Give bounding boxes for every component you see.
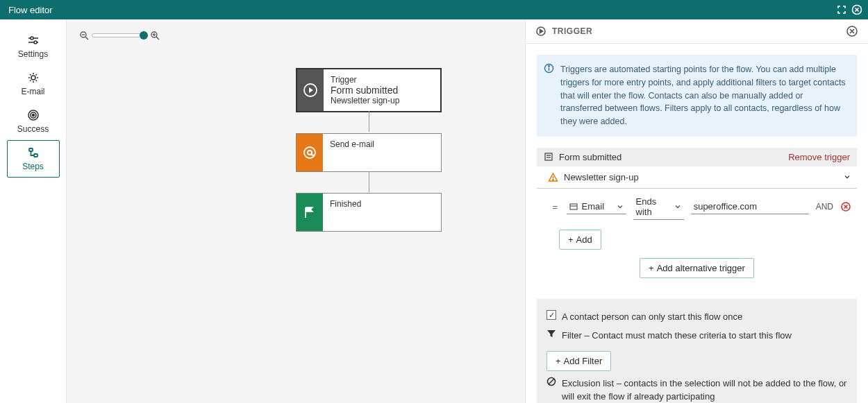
remove-trigger-link[interactable]: Remove trigger (788, 152, 850, 162)
field-icon (569, 203, 578, 211)
flow-canvas[interactable]: Trigger Form submitted Newsletter sign-u… (67, 19, 525, 403)
svg-point-19 (304, 147, 315, 158)
add-filter-button[interactable]: + Add Filter (546, 351, 611, 371)
node-label: Trigger (331, 75, 433, 85)
svg-point-30 (553, 179, 553, 180)
trigger-settings: A contact person can only start this flo… (537, 299, 857, 403)
svg-point-25 (549, 66, 550, 67)
warning-icon (548, 172, 558, 182)
info-banner: Triggers are automated starting points f… (537, 55, 857, 137)
zoom-slider[interactable] (92, 33, 147, 37)
gear-icon (27, 71, 40, 84)
svg-point-5 (31, 76, 35, 80)
node-title: Finished (330, 199, 434, 209)
sliders-icon (27, 34, 40, 46)
svg-rect-26 (545, 153, 552, 160)
close-icon[interactable] (851, 4, 862, 15)
app-title: Flow editor (8, 5, 53, 15)
condition-row: = Email Ends with (537, 189, 857, 223)
svg-rect-9 (29, 148, 33, 151)
join-label: AND (816, 202, 833, 212)
add-alt-label: Add alternative trigger (657, 263, 745, 273)
flow-icon (27, 146, 40, 159)
at-icon (297, 134, 323, 171)
start-once-label: A contact person can only start this flo… (562, 310, 742, 324)
add-label: Add (576, 234, 592, 245)
add-filter-label: Add Filter (564, 356, 603, 366)
sidebar-label: Success (17, 124, 49, 134)
zoom-in-icon[interactable] (150, 31, 160, 40)
delete-condition-icon[interactable] (840, 201, 851, 212)
svg-point-4 (34, 41, 37, 44)
target-icon (27, 109, 40, 121)
sidebar-item-success[interactable]: Success (7, 103, 60, 140)
equals-label: = (551, 202, 560, 212)
panel-icon (535, 26, 546, 37)
start-once-checkbox[interactable] (546, 310, 556, 320)
chevron-down-icon (617, 203, 624, 210)
form-icon (544, 152, 553, 162)
node-title: Send e-mail (330, 139, 434, 149)
plus-icon: + (649, 263, 654, 273)
trigger-panel: TRIGGER Triggers are automated starting … (525, 19, 868, 403)
zoom-out-icon[interactable] (79, 31, 89, 40)
info-icon (544, 63, 554, 74)
flow-node-trigger[interactable]: Trigger Form submitted Newsletter sign-u… (296, 68, 442, 112)
panel-close-icon[interactable] (846, 25, 858, 37)
panel-title: TRIGGER (552, 26, 592, 36)
maximize-icon[interactable] (836, 4, 847, 15)
trigger-form-row[interactable]: Newsletter sign-up (537, 166, 857, 189)
svg-line-35 (549, 379, 554, 384)
sidebar-item-email[interactable]: E-mail (7, 65, 60, 103)
field-select[interactable]: Email (567, 199, 626, 214)
plus-icon: + (568, 234, 574, 245)
trigger-form-name: Newsletter sign-up (564, 172, 639, 182)
filter-label: Filter – Contact must match these criter… (562, 329, 792, 343)
svg-point-2 (31, 37, 33, 40)
add-alternative-trigger-button[interactable]: + Add alternative trigger (640, 258, 754, 278)
field-value: Email (582, 201, 612, 212)
sidebar-item-settings[interactable]: Settings (7, 28, 60, 65)
svg-rect-10 (34, 154, 37, 157)
flag-icon (297, 194, 323, 231)
trigger-type-bar: Form submitted Remove trigger (537, 148, 857, 166)
add-condition-button[interactable]: + Add (559, 230, 601, 250)
trigger-type-label: Form submitted (559, 152, 621, 162)
operator-select[interactable]: Ends with (633, 194, 684, 220)
titlebar: Flow editor (0, 0, 868, 19)
exclude-icon (546, 377, 556, 386)
sidebar-label: Steps (22, 162, 44, 171)
svg-line-15 (156, 37, 159, 40)
sidebar-label: Settings (18, 49, 48, 59)
sidebar: Settings E-mail Success (0, 19, 67, 403)
operator-value: Ends with (636, 196, 670, 217)
flow-node-email[interactable]: Send e-mail (296, 133, 442, 172)
sidebar-item-steps[interactable]: Steps (7, 140, 60, 178)
svg-rect-31 (570, 204, 577, 209)
play-icon (297, 69, 324, 111)
value-input[interactable]: superoffice.com (691, 199, 809, 214)
plus-icon: + (556, 356, 561, 366)
flow-node-finished[interactable]: Finished (296, 193, 442, 232)
filter-icon (546, 329, 556, 338)
chevron-down-icon (674, 203, 681, 210)
sidebar-label: E-mail (21, 87, 44, 96)
chevron-down-icon[interactable] (843, 173, 851, 181)
info-text: Triggers are automated starting points f… (560, 65, 846, 126)
svg-line-12 (85, 37, 88, 40)
svg-point-8 (32, 114, 34, 117)
node-title: Form submitted (331, 85, 433, 96)
zoom-control[interactable] (79, 31, 160, 40)
node-subtitle: Newsletter sign-up (331, 96, 433, 105)
exclusion-label: Exclusion list – contacts in the selecti… (562, 377, 847, 403)
